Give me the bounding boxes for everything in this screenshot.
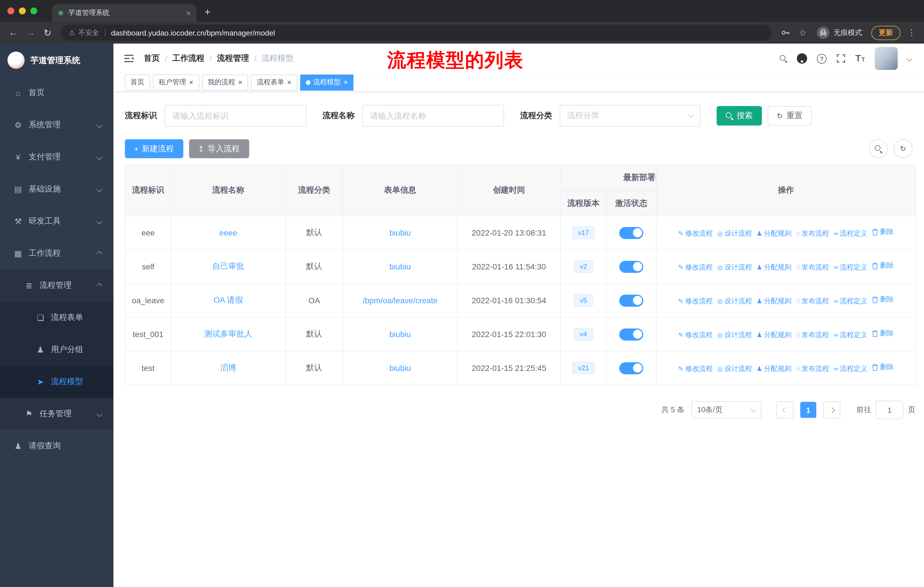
definition-action-link[interactable]: ∞流程定义 (834, 296, 868, 306)
tag-close-icon[interactable]: × (287, 79, 291, 86)
tag-item[interactable]: 流程模型× (300, 74, 354, 90)
delete-action-link[interactable]: 删除 (872, 261, 894, 271)
design-action-link[interactable]: ◎设计流程 (717, 229, 752, 238)
sidebar-item-payment[interactable]: ¥支付管理 (0, 141, 114, 173)
process-name-input[interactable] (362, 105, 504, 127)
modify-action-link[interactable]: ✎修改流程 (678, 330, 713, 340)
assign-rule-action-link[interactable]: ♟分配规则 (756, 296, 791, 306)
create-process-button[interactable]: + 新建流程 (125, 139, 183, 158)
font-size-icon[interactable]: TT (855, 53, 865, 64)
page-size-select[interactable]: 10条/页 (691, 401, 761, 418)
browser-menu-icon[interactable]: ⋮ (908, 28, 916, 38)
breadcrumb-item[interactable]: 首页 (144, 53, 160, 64)
process-name-link[interactable]: 滔博 (220, 363, 236, 372)
sidebar-item-devtools[interactable]: ⚒研发工具 (0, 205, 114, 237)
tag-item[interactable]: 我的流程× (202, 74, 248, 90)
tag-close-icon[interactable]: × (238, 79, 242, 86)
assign-rule-action-link[interactable]: ♟分配规则 (756, 364, 791, 374)
form-info-link[interactable]: biubiu (389, 330, 411, 339)
form-info-link[interactable]: biubiu (389, 262, 411, 271)
active-status-toggle[interactable] (619, 362, 643, 374)
refresh-table-button[interactable]: ↻ (894, 139, 912, 158)
avatar-caret-icon[interactable] (906, 56, 912, 61)
design-action-link[interactable]: ◎设计流程 (717, 296, 752, 306)
search-icon[interactable] (780, 55, 787, 62)
incognito-indicator[interactable]: 无痕模式 (817, 26, 862, 39)
breadcrumb-item[interactable]: 工作流程 (172, 53, 205, 64)
sidebar-item-task-management[interactable]: ⚑任务管理 (0, 398, 114, 430)
active-status-toggle[interactable] (619, 227, 643, 239)
reload-icon[interactable]: ↻ (39, 27, 56, 38)
breadcrumb-item[interactable]: 流程管理 (217, 53, 249, 64)
design-action-link[interactable]: ◎设计流程 (717, 263, 752, 272)
toggle-search-button[interactable] (869, 139, 888, 158)
process-key-input[interactable] (164, 105, 307, 127)
modify-action-link[interactable]: ✎修改流程 (678, 364, 713, 374)
forward-icon[interactable]: → (22, 28, 39, 38)
reset-button[interactable]: ↻ 重置 (767, 106, 812, 126)
delete-action-link[interactable]: 删除 (872, 329, 894, 339)
assign-rule-action-link[interactable]: ♟分配规则 (756, 229, 791, 238)
assign-rule-action-link[interactable]: ♟分配规则 (756, 330, 791, 340)
form-info-link[interactable]: biubiu (389, 228, 411, 237)
current-page-button[interactable]: 1 (800, 402, 816, 418)
tag-item[interactable]: 租户管理× (153, 74, 199, 90)
minimize-window-button[interactable] (19, 7, 26, 14)
publish-action-link[interactable]: ☝发布流程 (796, 364, 829, 374)
help-question-icon[interactable] (817, 54, 827, 63)
bookmark-star-icon[interactable]: ☆ (799, 28, 807, 38)
process-name-link[interactable]: eeee (219, 228, 237, 237)
form-info-link[interactable]: biubiu (389, 364, 411, 373)
active-status-toggle[interactable] (619, 261, 643, 273)
publish-action-link[interactable]: ☝发布流程 (796, 263, 829, 272)
sidebar-item-leave-query[interactable]: ♟请假查询 (0, 430, 114, 462)
zoom-window-button[interactable] (30, 7, 37, 14)
active-status-toggle[interactable] (619, 294, 643, 306)
publish-action-link[interactable]: ☝发布流程 (796, 229, 829, 238)
definition-action-link[interactable]: ∞流程定义 (834, 364, 868, 374)
password-key-icon[interactable] (780, 28, 790, 37)
design-action-link[interactable]: ◎设计流程 (717, 364, 752, 374)
tag-item[interactable]: 流程表单× (251, 74, 297, 90)
definition-action-link[interactable]: ∞流程定义 (834, 330, 868, 340)
fullscreen-icon[interactable] (837, 54, 845, 63)
user-avatar[interactable] (875, 47, 898, 70)
modify-action-link[interactable]: ✎修改流程 (678, 296, 713, 306)
design-action-link[interactable]: ◎设计流程 (717, 330, 752, 340)
active-status-toggle[interactable] (619, 328, 643, 340)
sidebar-item-system[interactable]: ⚙系统管理 (0, 109, 114, 141)
sidebar-item-process-model[interactable]: ➤流程模型 (0, 366, 114, 398)
publish-action-link[interactable]: ☝发布流程 (796, 330, 829, 340)
delete-action-link[interactable]: 删除 (872, 362, 894, 372)
import-process-button[interactable]: ↥ 导入流程 (189, 139, 249, 158)
github-icon[interactable] (797, 53, 807, 64)
prev-page-button[interactable] (776, 401, 794, 418)
goto-page-input[interactable] (876, 401, 903, 419)
next-page-button[interactable] (823, 401, 840, 418)
delete-action-link[interactable]: 删除 (872, 227, 894, 237)
new-tab-button[interactable]: + (205, 6, 211, 18)
tag-item[interactable]: 首页 (125, 74, 150, 90)
browser-update-button[interactable]: 更新 (871, 25, 901, 40)
sidebar-item-process-form[interactable]: ❏流程表单 (0, 301, 114, 334)
tag-close-icon[interactable]: × (344, 79, 348, 86)
sidebar-item-process-management[interactable]: ≣流程管理 (0, 270, 114, 301)
address-bar[interactable]: ⚠ 不安全 dashboard.yudao.iocoder.cn/bpm/man… (61, 25, 771, 41)
definition-action-link[interactable]: ∞流程定义 (834, 263, 868, 272)
modify-action-link[interactable]: ✎修改流程 (678, 229, 713, 238)
definition-action-link[interactable]: ∞流程定义 (834, 229, 868, 238)
browser-tab[interactable]: ❋ 芋道管理系统 × (52, 4, 196, 22)
delete-action-link[interactable]: 删除 (872, 295, 894, 305)
tag-close-icon[interactable]: × (189, 79, 193, 86)
process-name-link[interactable]: 自己审批 (212, 261, 244, 271)
process-name-link[interactable]: 测试多审批人 (204, 329, 252, 338)
form-info-link[interactable]: /bpm/oa/leave/create (363, 296, 438, 305)
modify-action-link[interactable]: ✎修改流程 (678, 263, 713, 272)
sidebar-fold-icon[interactable] (124, 54, 134, 63)
sidebar-item-workflow[interactable]: ▦工作流程 (0, 237, 114, 270)
publish-action-link[interactable]: ☝发布流程 (796, 296, 829, 306)
sidebar-item-infrastructure[interactable]: ▤基础设施 (0, 173, 114, 205)
app-logo[interactable]: 芋道管理系统 (0, 43, 114, 77)
sidebar-item-user-group[interactable]: ♟用户分组 (0, 334, 114, 366)
search-button[interactable]: 搜索 (717, 106, 762, 126)
